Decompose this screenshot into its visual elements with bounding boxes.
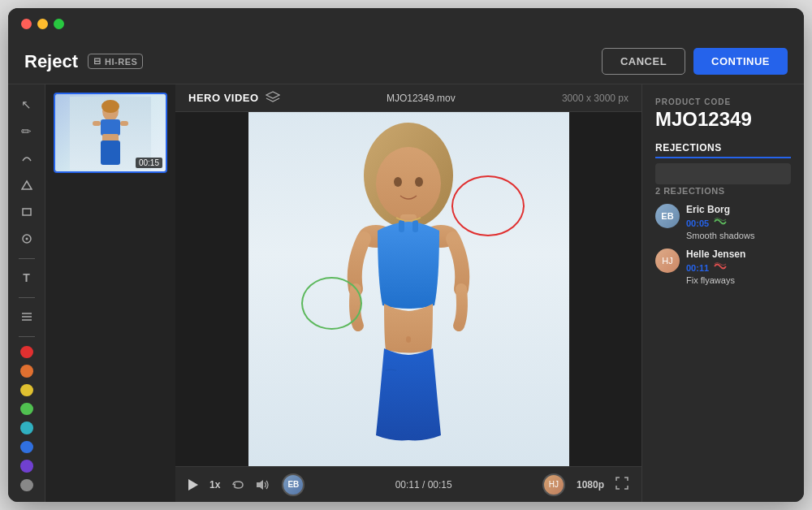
- rejection-info-1: Eric Borg 00:05 Smooth shadows: [686, 204, 791, 240]
- traffic-lights: [21, 19, 64, 29]
- color-separator: [19, 336, 35, 337]
- svg-marker-27: [257, 480, 263, 490]
- color-purple[interactable]: [20, 460, 33, 472]
- triangle-tool[interactable]: [15, 175, 38, 197]
- rejection-meta-2: 00:11: [686, 261, 791, 274]
- rejections-section: REJECTIONS 2 REJECTIONS EB Eric Borg 00:…: [655, 142, 791, 285]
- svg-rect-1: [23, 209, 31, 215]
- svg-rect-11: [93, 121, 101, 126]
- rect-tool[interactable]: [15, 201, 38, 223]
- right-panel: PRODUCT CODE MJO12349 REJECTIONS 2 REJEC…: [641, 84, 804, 502]
- thumb-timestamp: 00:15: [136, 158, 162, 168]
- toolbar-separator-2: [19, 297, 35, 298]
- rejection-comment-1: Smooth shadows: [686, 231, 791, 240]
- svg-rect-12: [120, 121, 128, 126]
- video-dimensions: 3000 x 3000 px: [562, 93, 628, 104]
- rejection-time-2: 00:11: [686, 263, 709, 273]
- header: Reject ⊟ HI-RES CANCEL CONTINUE: [8, 39, 804, 84]
- maximize-button[interactable]: [54, 19, 64, 29]
- model-background: [248, 112, 569, 466]
- page-title: Reject: [24, 51, 78, 72]
- product-code-section: PRODUCT CODE MJO12349: [655, 97, 791, 131]
- layers-icon: [266, 91, 280, 105]
- rejection-search-input[interactable]: [655, 163, 791, 184]
- rejection-avatar-2: HJ: [655, 249, 680, 273]
- model-figure: [287, 119, 530, 466]
- video-frame[interactable]: [175, 112, 641, 466]
- main-window: Reject ⊟ HI-RES CANCEL CONTINUE ↖ ✏: [8, 8, 804, 502]
- svg-point-18: [415, 177, 423, 187]
- color-blue[interactable]: [20, 441, 33, 453]
- minimize-button[interactable]: [37, 19, 48, 29]
- video-area: HERO VIDEO MJO12349.mov 3000 x 3000 px: [175, 84, 641, 502]
- transform-tool[interactable]: [15, 228, 38, 250]
- svg-point-16: [376, 147, 441, 220]
- volume-button[interactable]: [256, 479, 270, 491]
- play-button[interactable]: [188, 479, 198, 491]
- rejection-avatar-1: EB: [655, 204, 680, 228]
- titlebar: [8, 8, 804, 39]
- video-header: HERO VIDEO MJO12349.mov 3000 x 3000 px: [175, 84, 641, 112]
- svg-point-9: [102, 100, 119, 113]
- toolbar-separator: [19, 258, 35, 259]
- rejections-label: REJECTIONS: [655, 142, 791, 158]
- header-left: Reject ⊟ HI-RES: [24, 51, 602, 72]
- tag-icon-2: [713, 261, 728, 274]
- video-controls: 1x EB 00:11 / 00:15: [175, 466, 641, 502]
- fullscreen-button[interactable]: [615, 477, 628, 492]
- header-actions: CANCEL CONTINUE: [602, 48, 788, 75]
- svg-point-3: [25, 238, 28, 240]
- color-green[interactable]: [20, 403, 33, 415]
- close-button[interactable]: [21, 19, 32, 29]
- color-teal[interactable]: [20, 421, 33, 434]
- svg-point-24: [406, 336, 411, 343]
- monitor-icon: ⊟: [93, 56, 101, 67]
- product-code-value: MJO12349: [655, 108, 791, 131]
- svg-rect-23: [412, 220, 418, 232]
- cursor-tool[interactable]: ↖: [15, 94, 38, 116]
- text-tool[interactable]: T: [15, 267, 38, 289]
- svg-rect-14: [101, 140, 120, 165]
- color-red[interactable]: [20, 346, 33, 358]
- pen-tool[interactable]: ✏: [15, 121, 38, 143]
- svg-point-17: [394, 177, 402, 187]
- filmstrip: 00:15: [45, 84, 175, 502]
- rejection-meta-1: 00:05: [686, 217, 791, 229]
- loop-button[interactable]: [231, 480, 244, 490]
- left-avatar[interactable]: EB: [282, 473, 304, 496]
- hd-badge: ⊟ HI-RES: [88, 54, 143, 69]
- color-gray[interactable]: [20, 479, 33, 491]
- main-content: ↖ ✏: [8, 84, 804, 502]
- rejection-name-2: Helle Jensen: [686, 249, 791, 260]
- hires-label: HI-RES: [105, 57, 137, 67]
- thumbnail-item[interactable]: 00:15: [54, 93, 167, 173]
- quality-label[interactable]: 1080p: [577, 479, 604, 491]
- svg-marker-0: [22, 181, 32, 189]
- continue-button[interactable]: CONTINUE: [693, 48, 788, 75]
- tag-icon-1: [713, 217, 728, 229]
- rejection-name-1: Eric Borg: [686, 204, 791, 215]
- svg-rect-22: [399, 220, 404, 232]
- path-tool[interactable]: [15, 148, 38, 170]
- video-time: 00:11 / 00:15: [316, 479, 531, 491]
- rejection-count: 2 REJECTIONS: [655, 186, 791, 196]
- left-toolbar: ↖ ✏: [8, 84, 45, 502]
- rejection-info-2: Helle Jensen 00:11 Fix flyaways: [686, 249, 791, 285]
- video-title-group: HERO VIDEO: [188, 91, 280, 105]
- speed-control[interactable]: 1x: [209, 479, 220, 491]
- rejection-item-1: EB Eric Borg 00:05 Smoo: [655, 204, 791, 240]
- color-yellow[interactable]: [20, 384, 33, 396]
- rejection-item-2: HJ Helle Jensen 00:11 F: [655, 249, 791, 285]
- rejection-comment-2: Fix flyaways: [686, 275, 791, 285]
- svg-rect-10: [101, 119, 120, 136]
- svg-marker-25: [188, 479, 198, 491]
- product-code-label: PRODUCT CODE: [655, 97, 791, 106]
- color-orange[interactable]: [20, 365, 33, 377]
- lines-tool[interactable]: [15, 306, 38, 328]
- video-canvas: [248, 112, 569, 466]
- cancel-button[interactable]: CANCEL: [602, 48, 685, 75]
- right-avatar[interactable]: HJ: [542, 473, 565, 496]
- video-filename: MJO12349.mov: [387, 93, 456, 104]
- rejection-time-1: 00:05: [686, 218, 709, 228]
- video-section-title: HERO VIDEO: [188, 92, 259, 104]
